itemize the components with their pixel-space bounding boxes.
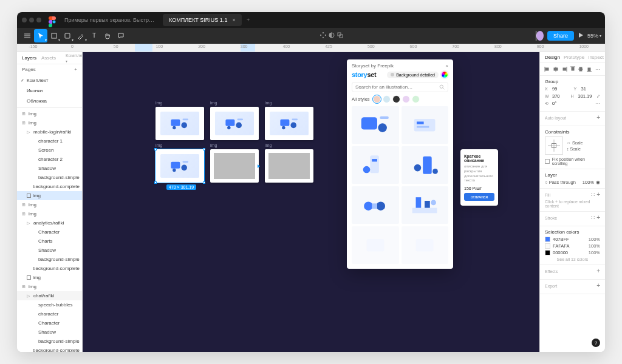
layer-row[interactable]: background-complete <box>17 346 82 352</box>
close-icon[interactable]: × <box>445 63 448 69</box>
style-avatar-2[interactable] <box>383 95 391 103</box>
inspect-tab[interactable]: Inspect <box>588 55 604 60</box>
layer-row[interactable]: img <box>17 191 82 200</box>
w-input[interactable]: 370 <box>552 93 569 99</box>
layer-row[interactable]: Character <box>17 318 82 328</box>
frame-label[interactable]: img <box>156 101 162 105</box>
add-tab-button[interactable]: + <box>244 16 253 24</box>
illustration-thumb[interactable] <box>352 226 399 264</box>
tab-inactive[interactable]: Примеры первых экранов. Быстр… <box>58 14 160 26</box>
add-effect-button[interactable]: + <box>596 268 600 274</box>
color-row[interactable]: FAFAFA100% <box>545 243 600 249</box>
layer-row[interactable]: Shadow <box>17 246 82 255</box>
search-field[interactable] <box>352 82 448 92</box>
comment-tool[interactable] <box>114 29 128 42</box>
layer-row[interactable]: background-simple <box>17 337 82 346</box>
layer-row[interactable]: Shadow <box>17 328 82 337</box>
layer-row[interactable]: Charts <box>17 237 82 246</box>
menu-button[interactable] <box>21 29 34 42</box>
y-input[interactable]: 31 <box>581 86 601 92</box>
popup2-button[interactable]: отличная <box>464 193 494 201</box>
canvas-frame[interactable]: img <box>265 107 313 140</box>
pen-tool[interactable]: ▾ <box>74 29 87 42</box>
v-constraint[interactable]: ↕ Scale <box>567 147 583 151</box>
constraints-widget[interactable] <box>545 136 563 155</box>
share-button[interactable]: Share <box>547 31 574 41</box>
style-avatar-1[interactable] <box>373 95 381 103</box>
canvas-frame[interactable]: img <box>265 149 313 183</box>
selection-handle[interactable] <box>203 148 205 150</box>
add-fill-button[interactable]: ∷ + <box>591 192 600 198</box>
close-tab-icon[interactable]: × <box>232 17 235 23</box>
tab-active[interactable]: КОМПЛЕКТ SIRIUS 1.1× <box>163 14 242 26</box>
add-export-button[interactable]: + <box>596 283 600 289</box>
add-autolayout-button[interactable]: + <box>596 115 600 121</box>
frame-tool[interactable]: ▾ <box>47 29 61 42</box>
layer-row[interactable]: background-complete <box>17 182 82 191</box>
figma-logo-icon[interactable] <box>49 16 56 24</box>
layer-row[interactable]: Screen <box>17 146 82 155</box>
layer-row[interactable]: background-complete <box>17 264 82 273</box>
frame-label[interactable]: img <box>210 101 217 105</box>
background-toggle[interactable]: Background detailed <box>387 72 439 78</box>
fix-position-checkbox[interactable]: Fix position when scrolling <box>545 157 600 166</box>
layer-row[interactable]: ⊞img <box>17 209 82 218</box>
illustration-thumb[interactable] <box>352 146 399 184</box>
selection-handle[interactable] <box>203 181 205 184</box>
align-vcenter-icon[interactable] <box>578 66 584 73</box>
prototype-tab[interactable]: Prototype <box>564 55 584 60</box>
layer-row[interactable]: background-simple <box>17 173 82 182</box>
align-top-icon[interactable] <box>569 66 576 73</box>
illustration-thumb[interactable] <box>352 186 399 224</box>
move-tool[interactable]: ▾ <box>34 29 47 42</box>
layer-row[interactable]: ▷chat/rafiki <box>17 291 82 300</box>
illustration-thumb[interactable] <box>402 106 449 144</box>
layer-row[interactable]: ⊞img <box>17 118 82 127</box>
see-all-colors[interactable]: See all 13 colors <box>545 257 600 261</box>
frame-label[interactable]: img <box>265 143 272 147</box>
resize-handle-icon[interactable] <box>258 164 260 168</box>
color-row[interactable]: 407BFF100% <box>545 237 600 242</box>
frame-label[interactable]: img <box>156 143 162 147</box>
layer-row[interactable]: Shadow <box>17 164 82 173</box>
align-bottom-icon[interactable] <box>586 66 593 73</box>
page-item[interactable]: Комплект <box>17 76 82 86</box>
layer-row[interactable]: background-simple <box>17 255 82 264</box>
present-button[interactable] <box>578 32 584 39</box>
x-input[interactable]: 99 <box>552 86 572 92</box>
layer-row[interactable]: ⊞img <box>17 109 82 118</box>
component-icon[interactable] <box>320 32 326 39</box>
window-controls[interactable] <box>22 18 41 22</box>
boolean-icon[interactable] <box>337 32 343 39</box>
canvas-frame[interactable]: img <box>156 107 204 140</box>
user-avatar[interactable] <box>536 31 544 41</box>
layer-row[interactable]: ⊞img <box>17 282 82 291</box>
hand-tool[interactable] <box>101 29 114 42</box>
style-avatar-4[interactable] <box>402 95 410 103</box>
h-input[interactable]: 301.19 <box>578 93 595 99</box>
visibility-icon[interactable]: ◉ <box>596 180 600 185</box>
align-hcenter-icon[interactable] <box>553 66 559 73</box>
rotation-input[interactable]: 0° <box>552 101 593 106</box>
illustration-thumb[interactable] <box>402 226 449 264</box>
align-left-icon[interactable] <box>544 66 551 73</box>
design-tab[interactable]: Design <box>545 55 560 60</box>
canvas-frame[interactable]: img <box>210 149 259 183</box>
illustration-thumb[interactable] <box>352 106 399 144</box>
layer-row[interactable]: ▷mobile-login/rafiki <box>17 127 82 136</box>
canvas-frame[interactable]: img <box>210 107 259 140</box>
h-constraint[interactable]: ↔ Scale <box>567 141 583 145</box>
page-item[interactable]: Иконки <box>17 86 82 96</box>
layer-row[interactable]: speech-bubbles <box>17 300 82 309</box>
zoom-control[interactable]: 55% ▾ <box>587 33 601 39</box>
text-tool[interactable]: T <box>87 29 101 42</box>
selection-handle[interactable] <box>154 181 157 184</box>
layer-row[interactable]: ▷analytics/rafiki <box>17 218 82 228</box>
shape-tool[interactable]: ▾ <box>61 29 74 42</box>
color-wheel-icon[interactable] <box>441 71 448 78</box>
layer-row[interactable]: character 1 <box>17 136 82 146</box>
help-button[interactable]: ? <box>592 339 600 347</box>
layer-row[interactable]: img <box>17 273 82 282</box>
layer-row[interactable]: Character <box>17 228 82 237</box>
layers-tab[interactable]: Layers <box>22 55 36 61</box>
